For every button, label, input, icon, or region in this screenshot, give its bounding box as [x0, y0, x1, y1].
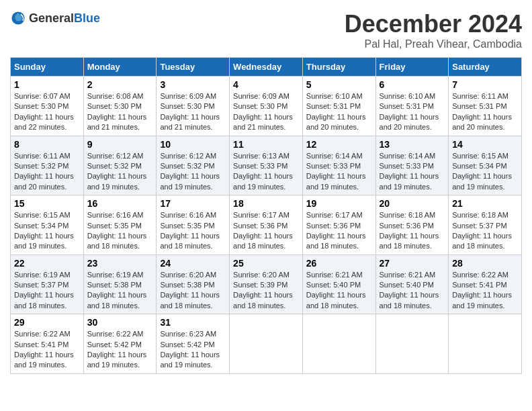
day-number: 22	[14, 258, 80, 269]
day-cell: 1Sunrise: 6:07 AM Sunset: 5:30 PM Daylig…	[11, 77, 84, 136]
day-number: 5	[306, 79, 372, 90]
day-cell: 10Sunrise: 6:12 AM Sunset: 5:32 PM Dayli…	[157, 136, 230, 195]
day-number: 24	[160, 258, 226, 269]
day-cell: 22Sunrise: 6:19 AM Sunset: 5:37 PM Dayli…	[11, 255, 84, 314]
day-number: 9	[87, 139, 153, 150]
day-cell: 5Sunrise: 6:10 AM Sunset: 5:31 PM Daylig…	[302, 77, 375, 136]
day-number: 27	[380, 258, 445, 269]
day-detail: Sunrise: 6:14 AM Sunset: 5:33 PM Dayligh…	[380, 151, 445, 193]
day-cell: 25Sunrise: 6:20 AM Sunset: 5:39 PM Dayli…	[230, 255, 303, 314]
day-number: 8	[14, 139, 80, 150]
day-cell: 15Sunrise: 6:15 AM Sunset: 5:34 PM Dayli…	[11, 195, 84, 255]
location-subtitle: Pal Hal, Preah Vihear, Cambodia	[345, 38, 522, 50]
day-cell: 26Sunrise: 6:21 AM Sunset: 5:40 PM Dayli…	[302, 255, 375, 314]
day-cell	[302, 314, 375, 374]
day-number: 20	[380, 198, 445, 209]
day-number: 4	[233, 79, 299, 90]
column-header-sunday: Sunday	[11, 58, 84, 77]
day-cell: 4Sunrise: 6:09 AM Sunset: 5:30 PM Daylig…	[230, 77, 303, 136]
day-number: 19	[306, 198, 372, 209]
day-detail: Sunrise: 6:09 AM Sunset: 5:30 PM Dayligh…	[160, 91, 226, 133]
day-cell: 24Sunrise: 6:20 AM Sunset: 5:38 PM Dayli…	[157, 255, 230, 314]
day-number: 6	[380, 79, 445, 90]
week-row-2: 8Sunrise: 6:11 AM Sunset: 5:32 PM Daylig…	[11, 136, 522, 195]
day-cell: 12Sunrise: 6:14 AM Sunset: 5:33 PM Dayli…	[302, 136, 375, 195]
day-number: 17	[160, 198, 226, 209]
day-detail: Sunrise: 6:22 AM Sunset: 5:41 PM Dayligh…	[14, 329, 80, 371]
day-number: 2	[87, 79, 153, 90]
day-detail: Sunrise: 6:17 AM Sunset: 5:36 PM Dayligh…	[306, 210, 372, 252]
logo-blue: Blue	[74, 11, 100, 25]
day-detail: Sunrise: 6:16 AM Sunset: 5:35 PM Dayligh…	[160, 210, 226, 252]
day-cell: 7Sunrise: 6:11 AM Sunset: 5:31 PM Daylig…	[449, 77, 522, 136]
day-cell	[230, 314, 303, 374]
column-header-monday: Monday	[83, 58, 157, 77]
day-cell: 23Sunrise: 6:19 AM Sunset: 5:38 PM Dayli…	[83, 255, 157, 314]
month-title: December 2024	[345, 10, 522, 38]
day-cell: 8Sunrise: 6:11 AM Sunset: 5:32 PM Daylig…	[11, 136, 84, 195]
day-cell: 27Sunrise: 6:21 AM Sunset: 5:40 PM Dayli…	[375, 255, 449, 314]
day-number: 7	[452, 79, 518, 90]
day-cell: 2Sunrise: 6:08 AM Sunset: 5:30 PM Daylig…	[83, 77, 157, 136]
day-detail: Sunrise: 6:12 AM Sunset: 5:32 PM Dayligh…	[160, 151, 226, 193]
day-cell: 11Sunrise: 6:13 AM Sunset: 5:33 PM Dayli…	[230, 136, 303, 195]
day-cell: 19Sunrise: 6:17 AM Sunset: 5:36 PM Dayli…	[302, 195, 375, 255]
column-header-tuesday: Tuesday	[157, 58, 230, 77]
day-detail: Sunrise: 6:20 AM Sunset: 5:38 PM Dayligh…	[160, 270, 226, 312]
day-detail: Sunrise: 6:19 AM Sunset: 5:37 PM Dayligh…	[14, 270, 80, 312]
day-number: 10	[160, 139, 226, 150]
column-header-friday: Friday	[375, 58, 449, 77]
logo: GeneralBlue	[10, 10, 100, 26]
day-detail: Sunrise: 6:15 AM Sunset: 5:34 PM Dayligh…	[14, 210, 80, 252]
day-detail: Sunrise: 6:14 AM Sunset: 5:33 PM Dayligh…	[306, 151, 372, 193]
calendar-table: SundayMondayTuesdayWednesdayThursdayFrid…	[10, 57, 522, 374]
day-detail: Sunrise: 6:18 AM Sunset: 5:37 PM Dayligh…	[452, 210, 518, 252]
day-detail: Sunrise: 6:20 AM Sunset: 5:39 PM Dayligh…	[233, 270, 299, 312]
day-number: 16	[87, 198, 153, 209]
header: GeneralBlue December 2024 Pal Hal, Preah…	[10, 10, 522, 50]
day-detail: Sunrise: 6:23 AM Sunset: 5:42 PM Dayligh…	[160, 329, 226, 371]
day-detail: Sunrise: 6:17 AM Sunset: 5:36 PM Dayligh…	[233, 210, 299, 252]
logo-text: GeneralBlue	[29, 11, 100, 26]
title-area: December 2024 Pal Hal, Preah Vihear, Cam…	[345, 10, 522, 50]
day-cell: 16Sunrise: 6:16 AM Sunset: 5:35 PM Dayli…	[83, 195, 157, 255]
day-detail: Sunrise: 6:10 AM Sunset: 5:31 PM Dayligh…	[380, 91, 445, 133]
day-number: 13	[380, 139, 445, 150]
column-header-wednesday: Wednesday	[230, 58, 303, 77]
day-detail: Sunrise: 6:13 AM Sunset: 5:33 PM Dayligh…	[233, 151, 299, 193]
day-number: 12	[306, 139, 372, 150]
header-row: SundayMondayTuesdayWednesdayThursdayFrid…	[11, 58, 522, 77]
day-number: 26	[306, 258, 372, 269]
day-detail: Sunrise: 6:18 AM Sunset: 5:36 PM Dayligh…	[380, 210, 445, 252]
day-detail: Sunrise: 6:16 AM Sunset: 5:35 PM Dayligh…	[87, 210, 153, 252]
week-row-3: 15Sunrise: 6:15 AM Sunset: 5:34 PM Dayli…	[11, 195, 522, 255]
day-cell: 21Sunrise: 6:18 AM Sunset: 5:37 PM Dayli…	[449, 195, 522, 255]
day-cell: 29Sunrise: 6:22 AM Sunset: 5:41 PM Dayli…	[11, 314, 84, 374]
day-cell: 9Sunrise: 6:12 AM Sunset: 5:32 PM Daylig…	[83, 136, 157, 195]
day-detail: Sunrise: 6:22 AM Sunset: 5:42 PM Dayligh…	[87, 329, 153, 371]
day-cell: 18Sunrise: 6:17 AM Sunset: 5:36 PM Dayli…	[230, 195, 303, 255]
week-row-5: 29Sunrise: 6:22 AM Sunset: 5:41 PM Dayli…	[11, 314, 522, 374]
day-number: 15	[14, 198, 80, 209]
week-row-1: 1Sunrise: 6:07 AM Sunset: 5:30 PM Daylig…	[11, 77, 522, 136]
day-number: 28	[452, 258, 518, 269]
day-number: 23	[87, 258, 153, 269]
logo-general: General	[29, 11, 74, 25]
logo-icon	[10, 10, 26, 26]
day-detail: Sunrise: 6:22 AM Sunset: 5:41 PM Dayligh…	[452, 270, 518, 312]
day-cell: 31Sunrise: 6:23 AM Sunset: 5:42 PM Dayli…	[157, 314, 230, 374]
day-detail: Sunrise: 6:07 AM Sunset: 5:30 PM Dayligh…	[14, 91, 80, 133]
day-cell: 3Sunrise: 6:09 AM Sunset: 5:30 PM Daylig…	[157, 77, 230, 136]
column-header-saturday: Saturday	[449, 58, 522, 77]
day-detail: Sunrise: 6:12 AM Sunset: 5:32 PM Dayligh…	[87, 151, 153, 193]
day-number: 31	[160, 317, 226, 328]
day-number: 11	[233, 139, 299, 150]
day-number: 25	[233, 258, 299, 269]
day-detail: Sunrise: 6:21 AM Sunset: 5:40 PM Dayligh…	[306, 270, 372, 312]
day-detail: Sunrise: 6:08 AM Sunset: 5:30 PM Dayligh…	[87, 91, 153, 133]
day-detail: Sunrise: 6:11 AM Sunset: 5:31 PM Dayligh…	[452, 91, 518, 133]
day-number: 30	[87, 317, 153, 328]
day-cell: 17Sunrise: 6:16 AM Sunset: 5:35 PM Dayli…	[157, 195, 230, 255]
day-cell: 14Sunrise: 6:15 AM Sunset: 5:34 PM Dayli…	[449, 136, 522, 195]
day-cell	[449, 314, 522, 374]
